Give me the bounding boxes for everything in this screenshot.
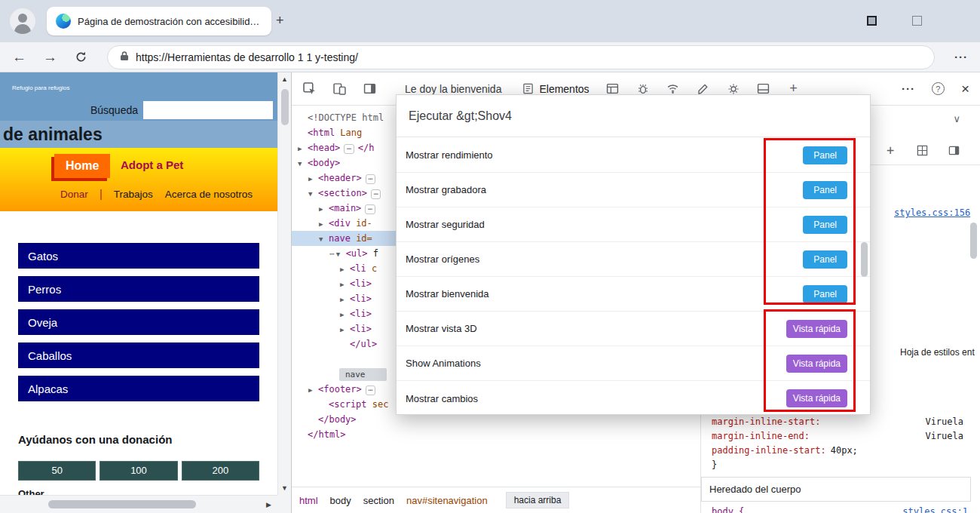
tab-elements[interactable]: Elementos: [521, 82, 589, 96]
new-tab-button[interactable]: +: [276, 12, 284, 29]
breadcrumb-item[interactable]: html: [299, 495, 318, 506]
chevron-down-icon[interactable]: ∨: [953, 113, 960, 124]
maximize-window-icon[interactable]: [912, 16, 922, 26]
stylesheet-link[interactable]: styles.css:156: [894, 207, 970, 218]
palette-row[interactable]: Mostrar cambiosVista rápida: [397, 381, 870, 416]
browser-tab[interactable]: Página de demostración con accesibilidad…: [47, 7, 271, 35]
jobs-link[interactable]: Trabajos: [114, 189, 153, 200]
category-button[interactable]: Oveja: [18, 309, 259, 335]
expand-icon[interactable]: ▶: [340, 307, 350, 322]
debugger-bug-icon[interactable]: [636, 82, 650, 96]
expand-inline-icon[interactable]: ⋯: [366, 386, 375, 395]
about-link[interactable]: Acerca de nosotros: [165, 189, 253, 200]
collapse-icon[interactable]: ▼: [319, 232, 329, 247]
scroll-up-icon[interactable]: ▲: [278, 72, 291, 86]
address-bar[interactable]: https://Herramientas de desarrollo 1 1 y…: [107, 45, 935, 69]
expand-inline-icon[interactable]: ⋯: [344, 144, 354, 154]
expand-inline-icon[interactable]: ⋯: [366, 174, 375, 184]
palette-row[interactable]: Show AnimationsVista rápida: [397, 346, 870, 381]
url-text: https://Herramientas de desarrollo 1 1 y…: [136, 51, 358, 63]
issues-gear-icon[interactable]: [727, 82, 740, 96]
palette-row[interactable]: Mostrar bienvenidaPanel: [397, 277, 870, 312]
inspect-icon[interactable]: [302, 82, 316, 96]
inherited-section-header[interactable]: Heredado del cuerpo: [701, 477, 971, 502]
expand-icon[interactable]: ▶: [308, 382, 318, 398]
page-vertical-scrollbar[interactable]: ▲ ▼: [277, 72, 291, 495]
search-input[interactable]: [143, 101, 273, 119]
breadcrumb-item[interactable]: body: [330, 495, 351, 506]
expand-icon[interactable]: ▶: [340, 262, 350, 277]
css-property[interactable]: padding-inline-start:40px;: [712, 444, 963, 458]
back-icon[interactable]: ←: [12, 50, 26, 65]
navigation-bar: ← → https://Herramientas de desarrollo 1…: [0, 42, 980, 72]
breadcrumb-item[interactable]: section: [363, 495, 394, 506]
palette-scroll-thumb[interactable]: [861, 242, 868, 277]
collapse-icon[interactable]: ▼: [336, 247, 346, 262]
dom-tree-line[interactable]: </html>: [292, 427, 700, 442]
collapse-icon[interactable]: ▼: [298, 156, 308, 171]
adopt-link[interactable]: Adopt a Pet: [121, 158, 183, 171]
browser-menu-icon[interactable]: ···: [954, 50, 968, 65]
expand-icon[interactable]: ▶: [340, 322, 350, 337]
computed-panel-icon[interactable]: [947, 143, 960, 157]
reload-icon[interactable]: [74, 51, 87, 64]
palette-row[interactable]: Mostrar orígenesPanel: [397, 242, 870, 277]
dock-side-icon[interactable]: [363, 82, 376, 96]
category-button[interactable]: Gatos: [18, 243, 259, 269]
device-toolbar-icon[interactable]: [332, 82, 346, 96]
nav-element-chip: nave: [339, 368, 387, 381]
scroll-right-icon[interactable]: ▶: [266, 501, 271, 508]
expand-icon[interactable]: ▶: [319, 201, 329, 217]
donation-amount-button[interactable]: 50: [18, 461, 96, 481]
tab-welcome[interactable]: Le doy la bienvenida: [405, 83, 501, 95]
breadcrumb-item[interactable]: nav#sitenavigation: [406, 495, 488, 506]
collapse-icon[interactable]: ▼: [308, 186, 318, 201]
expand-inline-icon[interactable]: ⋯: [365, 204, 375, 214]
expand-icon[interactable]: ▶: [319, 217, 329, 232]
expand-icon[interactable]: ▶: [308, 171, 318, 186]
expand-icon[interactable]: ▶: [340, 292, 350, 307]
layout-panel-icon[interactable]: [757, 82, 770, 96]
palette-input[interactable]: Ejecutar &gt;Shov4: [397, 95, 870, 137]
expand-icon[interactable]: ▶: [298, 141, 308, 156]
performance-pen-icon[interactable]: [697, 82, 710, 96]
palette-row[interactable]: Mostrar seguridadPanel: [397, 207, 870, 242]
new-style-rule-icon[interactable]: +: [884, 143, 897, 157]
home-link[interactable]: Home: [54, 154, 110, 178]
expand-inline-icon[interactable]: ⋯: [371, 189, 381, 199]
page-body: GatosPerrosOvejaCaballosAlpacas Ayúdanos…: [0, 211, 277, 513]
category-button[interactable]: Perros: [18, 276, 259, 302]
donate-link[interactable]: Donar: [60, 189, 88, 200]
forward-icon[interactable]: →: [43, 50, 57, 65]
devtools-close-icon[interactable]: ×: [961, 81, 969, 97]
css-property[interactable]: margin-inline-end:Viruela: [712, 429, 963, 444]
page-horizontal-scrollbar[interactable]: ▶: [0, 495, 277, 513]
category-button[interactable]: Caballos: [18, 343, 259, 368]
add-tab-icon[interactable]: +: [787, 82, 801, 96]
devtools-more-icon[interactable]: ···: [902, 81, 915, 97]
donation-amount-button[interactable]: 200: [182, 461, 259, 481]
expand-icon[interactable]: ▶: [340, 277, 350, 292]
network-wifi-icon[interactable]: [666, 82, 680, 96]
stylesheet-link-bottom[interactable]: styles.css:1: [902, 506, 968, 513]
horizontal-scroll-thumb[interactable]: [48, 500, 196, 508]
browser-window: Página de demostración con accesibilidad…: [0, 0, 980, 513]
css-property[interactable]: }: [712, 458, 963, 472]
palette-row[interactable]: Mostrar rendimientoPanel: [397, 138, 870, 173]
elements-tab-icon: [521, 82, 534, 96]
styles-scroll-thumb[interactable]: [970, 223, 977, 259]
palette-row[interactable]: Mostrar vista 3DVista rápida: [397, 312, 870, 346]
palette-row[interactable]: Mostrar grabadoraPanel: [397, 173, 870, 207]
donation-amount-button[interactable]: 100: [100, 461, 177, 481]
grid-toggle-icon[interactable]: [915, 143, 929, 157]
restore-window-icon[interactable]: [867, 16, 877, 26]
donation-heading: Ayúdanos con una donación: [18, 433, 259, 446]
scroll-down-icon[interactable]: ▼: [278, 481, 291, 495]
help-icon[interactable]: ?: [932, 82, 945, 95]
vertical-scroll-thumb[interactable]: [281, 89, 289, 125]
profile-avatar[interactable]: [10, 8, 35, 34]
css-property[interactable]: margin-inline-start:Viruela: [712, 415, 963, 429]
category-button[interactable]: Alpacas: [18, 376, 259, 401]
console-drawer-icon[interactable]: [606, 82, 620, 96]
more-actions-icon[interactable]: ⋯: [329, 249, 335, 259]
